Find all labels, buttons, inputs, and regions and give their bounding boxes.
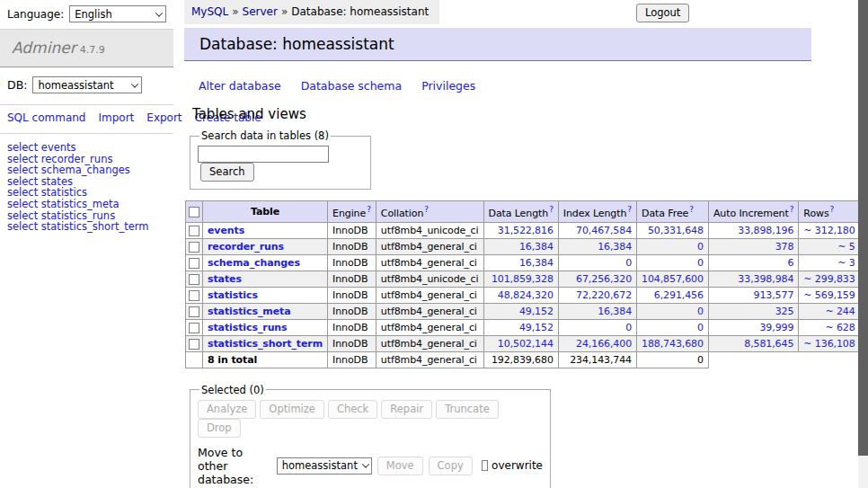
- index-length-cell[interactable]: 24,166,400: [558, 335, 636, 351]
- index-length-cell[interactable]: 0: [558, 319, 636, 335]
- breadcrumb-mysql-link[interactable]: MySQL: [191, 5, 228, 18]
- sidebar-select-statistics-short-term[interactable]: select statistics_short_term: [7, 221, 166, 233]
- rows-cell[interactable]: ~ 244: [799, 303, 860, 319]
- drop-button[interactable]: Drop: [198, 419, 241, 438]
- help-icon[interactable]: ?: [549, 205, 554, 214]
- rows-cell[interactable]: ~ 136,108: [799, 335, 860, 351]
- index-length-cell[interactable]: 16,384: [558, 238, 636, 254]
- row-checkbox[interactable]: [189, 258, 199, 269]
- index-length-cell[interactable]: 72,220,672: [558, 287, 636, 303]
- scrollbar-track[interactable]: [858, 0, 868, 488]
- truncate-button[interactable]: Truncate: [436, 400, 499, 419]
- auto-increment-cell[interactable]: 33,898,196: [708, 222, 798, 238]
- sidebar-import-link[interactable]: Import: [98, 111, 134, 124]
- index-length-cell[interactable]: 70,467,584: [558, 222, 636, 238]
- breadcrumb-separator: »: [232, 5, 238, 18]
- data-free-cell[interactable]: 188,743,680: [637, 335, 709, 351]
- row-checkbox[interactable]: [189, 274, 199, 285]
- help-icon[interactable]: ?: [367, 205, 371, 214]
- table-link-statistics-runs[interactable]: statistics_runs: [208, 322, 288, 333]
- overwrite-checkbox[interactable]: [482, 460, 488, 471]
- sidebar-export-link[interactable]: Export: [146, 111, 182, 124]
- move-db-select[interactable]: homeassistant: [277, 457, 372, 475]
- row-checkbox[interactable]: [189, 306, 199, 317]
- auto-increment-cell[interactable]: 913,577: [708, 287, 798, 303]
- index-length-cell[interactable]: 16,384: [558, 303, 636, 319]
- sidebar-select-schema-changes[interactable]: select schema_changes: [7, 164, 166, 176]
- alter-database-link[interactable]: Alter database: [199, 79, 281, 93]
- optimize-button[interactable]: Optimize: [260, 400, 324, 419]
- search-input[interactable]: [198, 146, 329, 163]
- data-length-cell[interactable]: 49,152: [483, 319, 558, 335]
- help-icon[interactable]: ?: [424, 205, 429, 214]
- repair-button[interactable]: Repair: [381, 400, 432, 419]
- help-icon[interactable]: ?: [830, 205, 835, 214]
- index-length-cell[interactable]: 67,256,320: [558, 271, 636, 287]
- data-length-cell[interactable]: 101,859,328: [483, 271, 558, 287]
- row-checkbox[interactable]: [189, 339, 199, 350]
- table-link-recorder-runs[interactable]: recorder_runs: [208, 241, 284, 253]
- check-button[interactable]: Check: [328, 400, 377, 419]
- row-checkbox[interactable]: [189, 242, 199, 253]
- app-name[interactable]: Adminer: [12, 39, 76, 57]
- selected-fieldset: Selected (0) AnalyzeOptimizeCheckRepairT…: [190, 384, 551, 488]
- data-length-cell[interactable]: 16,384: [483, 238, 558, 254]
- sidebar-select-events[interactable]: select events: [7, 142, 166, 154]
- search-button[interactable]: Search: [200, 163, 254, 182]
- data-free-cell[interactable]: 0: [637, 319, 709, 335]
- table-link-events[interactable]: events: [208, 225, 244, 236]
- data-free-cell[interactable]: 6,291,456: [637, 287, 709, 303]
- db-selector-row: DB: homeassistant: [0, 67, 173, 105]
- help-icon[interactable]: ?: [627, 205, 632, 214]
- move-button[interactable]: Move: [377, 457, 423, 475]
- row-checkbox[interactable]: [189, 226, 199, 236]
- data-free-cell[interactable]: 0: [637, 254, 709, 271]
- data-length-cell[interactable]: 16,384: [483, 254, 558, 271]
- sidebar-sql-command-link[interactable]: SQL command: [7, 111, 85, 124]
- breadcrumb-server-link[interactable]: Server: [243, 5, 278, 18]
- row-checkbox[interactable]: [189, 290, 199, 301]
- table-link-states[interactable]: states: [208, 273, 242, 285]
- help-icon[interactable]: ?: [689, 205, 694, 214]
- rows-cell[interactable]: ~ 299,833: [799, 271, 860, 287]
- auto-increment-cell[interactable]: 378: [708, 238, 798, 254]
- selected-buttons: AnalyzeOptimizeCheckRepairTruncateDrop: [198, 400, 543, 438]
- table-link-schema-changes[interactable]: schema_changes: [208, 257, 300, 269]
- rows-cell[interactable]: ~ 5: [799, 238, 860, 254]
- auto-increment-cell[interactable]: 8,581,645: [708, 335, 798, 351]
- auto-increment-cell[interactable]: 6: [708, 254, 798, 271]
- sidebar-select-statistics-meta[interactable]: select statistics_meta: [7, 199, 166, 210]
- data-free-cell[interactable]: 50,331,648: [637, 222, 709, 238]
- analyze-button[interactable]: Analyze: [198, 400, 256, 419]
- rows-cell[interactable]: ~ 628: [799, 319, 860, 335]
- data-free-cell[interactable]: 104,857,600: [637, 271, 709, 287]
- copy-button[interactable]: Copy: [429, 457, 473, 475]
- language-select[interactable]: English: [69, 5, 166, 22]
- index-length-cell[interactable]: 0: [558, 254, 636, 271]
- logout-button[interactable]: Logout: [636, 4, 689, 22]
- table-link-statistics-short-term[interactable]: statistics_short_term: [208, 338, 323, 350]
- breadcrumb: MySQL»Server»Database: homeassistant: [184, 0, 439, 24]
- select-all-checkbox[interactable]: [189, 207, 199, 217]
- row-checkbox[interactable]: [189, 323, 199, 333]
- rows-cell[interactable]: ~ 3: [799, 254, 860, 271]
- table-link-statistics[interactable]: statistics: [208, 289, 258, 301]
- data-free-cell[interactable]: 0: [637, 238, 709, 254]
- auto-increment-cell[interactable]: 325: [708, 303, 798, 319]
- db-select[interactable]: homeassistant: [32, 76, 142, 93]
- data-free-cell[interactable]: 0: [637, 303, 709, 319]
- data-length-cell[interactable]: 48,824,320: [483, 287, 558, 303]
- data-length-cell[interactable]: 10,502,144: [483, 335, 558, 351]
- rows-cell[interactable]: ~ 569,159: [799, 287, 860, 303]
- rows-cell[interactable]: ~ 312,180: [799, 222, 860, 238]
- auto-increment-cell[interactable]: 33,398,984: [708, 271, 798, 287]
- total-index-length-cell: 234,143,744: [558, 351, 636, 368]
- data-length-cell[interactable]: 49,152: [483, 303, 558, 319]
- table-link-statistics-meta[interactable]: statistics_meta: [208, 306, 291, 317]
- database-schema-link[interactable]: Database schema: [301, 79, 402, 93]
- scrollbar-thumb[interactable]: [858, 0, 868, 456]
- auto-increment-cell[interactable]: 39,999: [708, 319, 798, 335]
- help-icon[interactable]: ?: [790, 205, 794, 214]
- privileges-link[interactable]: Privileges: [421, 79, 475, 93]
- data-length-cell[interactable]: 31,522,816: [483, 222, 558, 238]
